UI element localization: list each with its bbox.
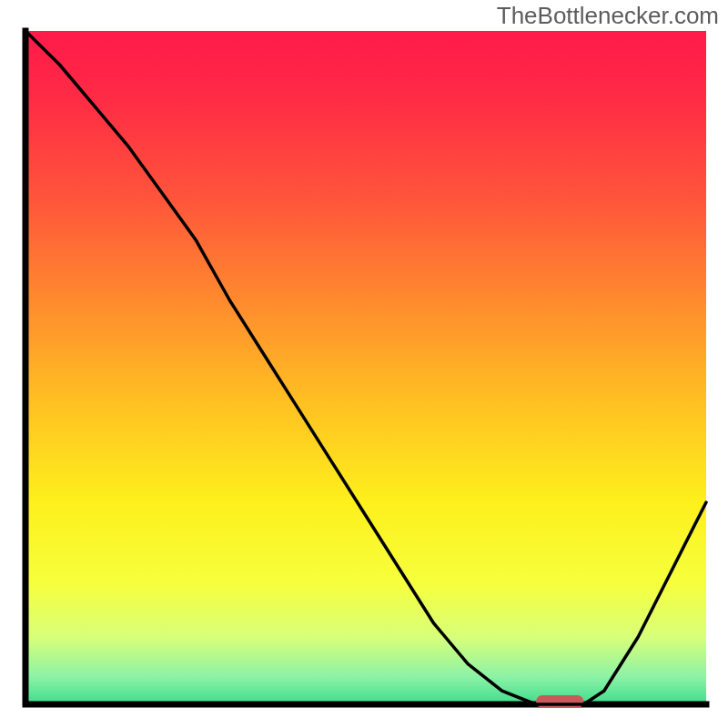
optimal-marker [536,695,583,708]
plot-wrapper [0,0,728,728]
chart-container: TheBottlenecker.com [0,0,728,728]
bottleneck-chart [0,0,728,728]
gradient-background [25,31,706,704]
